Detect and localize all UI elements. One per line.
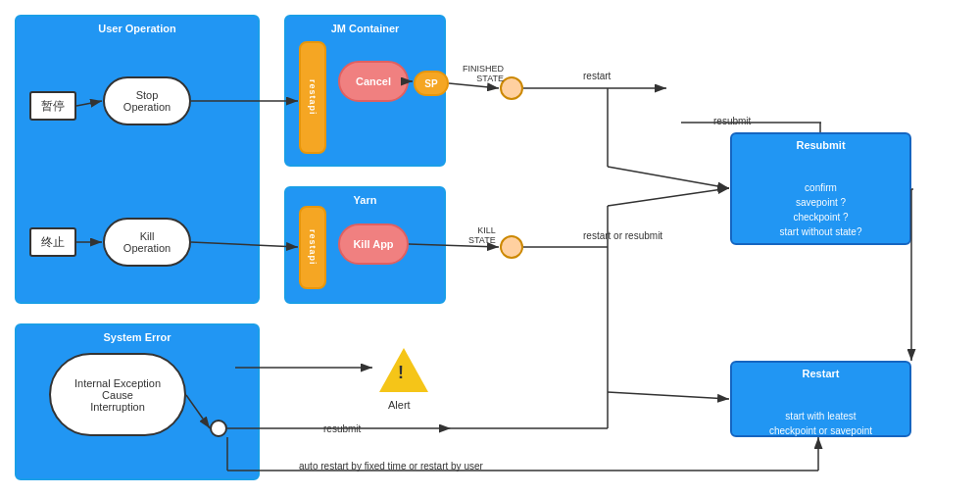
cancel-oval: Cancel — [338, 61, 409, 102]
stop-operation-node: Stop Operation — [103, 76, 191, 125]
diagram: User Operation JM Container Yarn System … — [0, 0, 980, 496]
restart-or-resubmit-label: restart or resubmit — [583, 230, 662, 241]
internal-exception-node: Internal Exception Cause Interruption — [49, 353, 186, 436]
resubmit-bottom-label: resubmit — [323, 423, 361, 434]
resubmit-top-label: resubmit — [713, 116, 751, 126]
restart-title: Restart — [803, 368, 840, 379]
restart-content: start with leatest checkpoint or savepoi… — [769, 394, 872, 438]
svg-line-4 — [449, 83, 499, 88]
kill-operation-node: Kill Operation — [103, 218, 191, 267]
resubmit-box: Resubmit confirm savepoint ? checkpoint … — [730, 132, 911, 245]
kill-button[interactable]: 终止 — [29, 227, 76, 257]
kill-state-label: KILL STATE — [468, 225, 496, 245]
alert-label: Alert — [388, 399, 411, 411]
system-error-label: System Error — [103, 331, 171, 343]
kill-state-circle — [500, 235, 523, 259]
auto-restart-label: auto restart by fixed time or restart by… — [299, 461, 483, 471]
pause-button[interactable]: 暂停 — [29, 91, 76, 121]
restart-api-jm: restapi — [299, 41, 326, 154]
alert-icon — [374, 343, 433, 397]
user-operation-label: User Operation — [98, 23, 175, 34]
sp-oval: SP — [414, 71, 449, 96]
resubmit-title: Resubmit — [796, 139, 845, 151]
restart-api-yarn: restapi — [299, 206, 326, 289]
yarn-label: Yarn — [354, 194, 377, 206]
jm-container-label: JM Container — [331, 23, 400, 34]
restart-box: Restart start with leatest checkpoint or… — [730, 361, 911, 437]
restart-label: restart — [583, 71, 611, 81]
system-error-circle — [210, 420, 227, 437]
svg-line-14 — [608, 188, 729, 206]
svg-line-10 — [608, 167, 729, 188]
triangle-shape — [379, 348, 428, 392]
resubmit-content: confirm savepoint ? checkpoint ? start w… — [780, 166, 862, 239]
finished-state-label: FINISHED STATE — [463, 64, 504, 83]
kill-app-oval: Kill App — [338, 223, 409, 265]
svg-line-16 — [608, 392, 729, 399]
